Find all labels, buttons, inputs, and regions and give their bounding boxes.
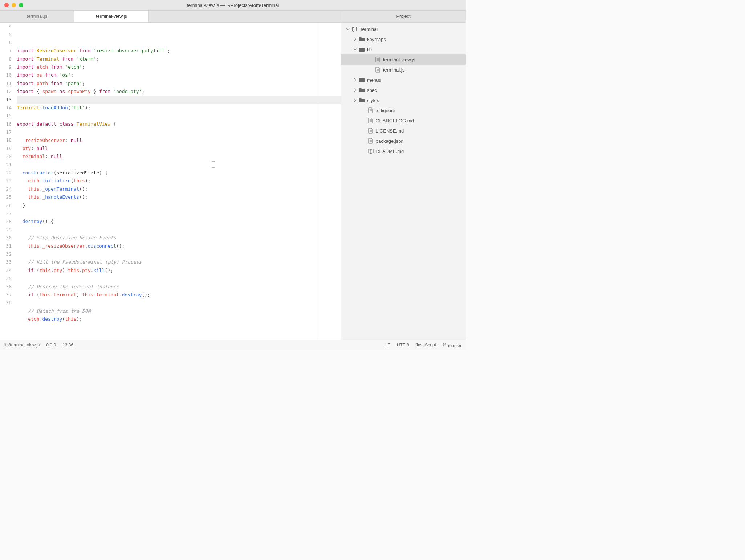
line-number[interactable]: 21 [0, 161, 12, 169]
code-line[interactable]: this._handleEvents(); [17, 193, 341, 201]
tree-file[interactable]: terminal-view.js [341, 54, 466, 65]
line-number[interactable]: 7 [0, 47, 12, 55]
line-number[interactable]: 34 [0, 267, 12, 275]
code-line[interactable]: this._resizeObserver.disconnect(); [17, 242, 341, 250]
line-number[interactable]: 32 [0, 250, 12, 258]
line-number[interactable]: 25 [0, 193, 12, 201]
code-line[interactable] [17, 324, 341, 332]
tree-folder[interactable]: keymaps [341, 34, 466, 44]
code-line[interactable]: import path from 'path'; [17, 80, 341, 88]
line-number[interactable]: 38 [0, 299, 12, 307]
line-number[interactable]: 11 [0, 80, 12, 88]
line-number[interactable]: 26 [0, 202, 12, 210]
line-number[interactable]: 13 [0, 96, 12, 104]
tab-terminal-view-js[interactable]: terminal-view.js [74, 11, 149, 22]
line-number[interactable]: 18 [0, 136, 12, 144]
code-line[interactable] [17, 112, 341, 120]
line-number[interactable]: 16 [0, 120, 12, 128]
tree-root[interactable]: Terminal [341, 24, 466, 34]
status-cursor-position[interactable]: 13:36 [62, 342, 73, 348]
code-line[interactable]: pty: null [17, 145, 341, 153]
code-line[interactable]: terminal: null [17, 153, 341, 161]
code-area[interactable]: import ResizeObserver from 'resize-obser… [17, 23, 341, 340]
code-line[interactable]: // Detach from the DOM [17, 307, 341, 315]
line-number[interactable]: 36 [0, 283, 12, 291]
code-line[interactable] [17, 96, 341, 104]
line-number[interactable]: 19 [0, 145, 12, 153]
line-number[interactable]: 29 [0, 226, 12, 234]
tree-file[interactable]: package.json [341, 136, 466, 146]
line-number[interactable]: 8 [0, 55, 12, 63]
line-number[interactable]: 37 [0, 291, 12, 299]
line-number[interactable]: 12 [0, 88, 12, 96]
code-line[interactable]: // Stop Observing Resize Events [17, 234, 341, 242]
repo-icon [352, 26, 358, 32]
project-tree[interactable]: Terminalkeymapslibterminal-view.jstermin… [341, 23, 466, 340]
code-line[interactable]: // Kill the Pseudoterminal (pty) Process [17, 258, 341, 266]
code-line[interactable] [17, 226, 341, 234]
line-number[interactable]: 23 [0, 177, 12, 185]
code-line[interactable]: import ResizeObserver from 'resize-obser… [17, 47, 341, 55]
line-number[interactable]: 5 [0, 31, 12, 38]
status-git-branch[interactable]: master [443, 342, 461, 348]
code-line[interactable]: etch.initialize(this); [17, 177, 341, 185]
status-grammar[interactable]: JavaScript [416, 342, 436, 348]
tree-file[interactable]: LICENSE.md [341, 126, 466, 136]
code-line[interactable]: Terminal.loadAddon('fit'); [17, 104, 341, 112]
line-number[interactable]: 15 [0, 112, 12, 120]
line-number[interactable]: 17 [0, 128, 12, 136]
status-line-ending[interactable]: LF [385, 342, 390, 348]
tab-terminal-js[interactable]: terminal.js [0, 11, 74, 22]
line-number[interactable]: 31 [0, 242, 12, 250]
line-number[interactable]: 35 [0, 275, 12, 283]
status-git-counts[interactable]: 0 0 0 [46, 342, 56, 348]
line-number[interactable]: 33 [0, 258, 12, 266]
tree-folder[interactable]: lib [341, 44, 466, 54]
line-number[interactable]: 27 [0, 210, 12, 218]
code-line[interactable]: constructor(serializedState) { [17, 169, 341, 177]
code-line[interactable]: export default class TerminalView { [17, 120, 341, 128]
line-number[interactable]: 4 [0, 23, 12, 31]
line-gutter[interactable]: 4567891011121314151617181920212223242526… [0, 23, 17, 340]
code-line[interactable]: etch.destroy(this); [17, 315, 341, 323]
line-number[interactable]: 28 [0, 218, 12, 226]
code-line[interactable]: destroy() { [17, 218, 341, 226]
code-line[interactable]: import Terminal from 'xterm'; [17, 55, 341, 63]
tree-folder[interactable]: styles [341, 95, 466, 105]
code-line[interactable]: import etch from 'etch'; [17, 63, 341, 71]
code-line[interactable]: import os from 'os'; [17, 71, 341, 79]
code-line[interactable]: _resizeObserver: null [17, 137, 341, 145]
tree-file[interactable]: README.md [341, 146, 466, 156]
line-number[interactable]: 14 [0, 104, 12, 112]
code-line[interactable] [17, 275, 341, 283]
line-number[interactable]: 24 [0, 185, 12, 193]
status-file-path[interactable]: lib/terminal-view.js [4, 342, 40, 348]
line-number[interactable]: 30 [0, 234, 12, 242]
code-editor[interactable]: 4567891011121314151617181920212223242526… [0, 23, 341, 340]
code-line[interactable]: if (this.terminal) this.terminal.destroy… [17, 291, 341, 299]
tree-label: terminal.js [383, 67, 404, 73]
code-line[interactable]: import { spawn as spawnPty } from 'node-… [17, 88, 341, 96]
code-line[interactable] [17, 299, 341, 307]
code-line[interactable] [17, 210, 341, 218]
code-line[interactable]: } [17, 202, 341, 210]
tree-file[interactable]: .gitignore [341, 105, 466, 115]
status-branch-label: master [448, 343, 461, 348]
code-line[interactable]: this._openTerminal(); [17, 185, 341, 193]
line-number[interactable]: 10 [0, 71, 12, 79]
line-number[interactable]: 6 [0, 39, 12, 47]
code-line[interactable] [17, 161, 341, 169]
tab-project[interactable]: Project [341, 11, 466, 22]
tree-folder[interactable]: menus [341, 75, 466, 85]
line-number[interactable]: 20 [0, 153, 12, 161]
tree-folder[interactable]: spec [341, 85, 466, 95]
tree-file[interactable]: CHANGELOG.md [341, 115, 466, 126]
code-line[interactable]: // Destroy the Terminal Instance [17, 283, 341, 291]
line-number[interactable]: 9 [0, 63, 12, 71]
line-number[interactable]: 22 [0, 169, 12, 177]
code-line[interactable] [17, 250, 341, 258]
code-line[interactable]: if (this.pty) this.pty.kill(); [17, 267, 341, 275]
status-encoding[interactable]: UTF-8 [397, 342, 409, 348]
code-line[interactable] [17, 128, 341, 136]
tree-file[interactable]: terminal.js [341, 65, 466, 75]
